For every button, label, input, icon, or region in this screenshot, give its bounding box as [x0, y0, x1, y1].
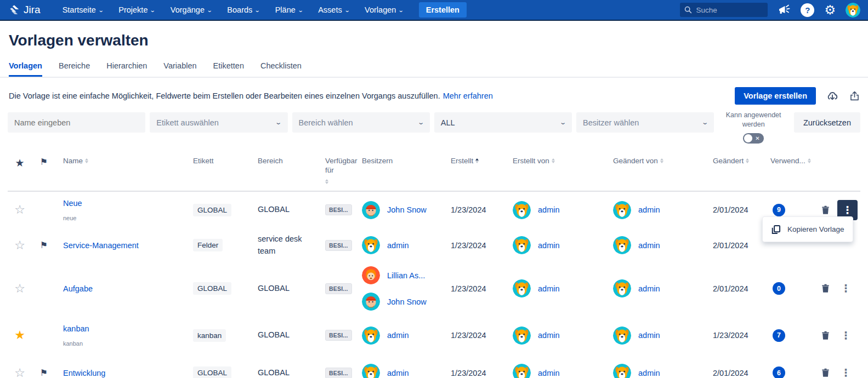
owner-link[interactable]: admin: [387, 369, 409, 377]
verfuegbar-chip[interactable]: BESI...: [325, 240, 352, 251]
owner-filter-select[interactable]: Besitzer wählen⌄: [576, 112, 714, 133]
name-filter-input[interactable]: [8, 112, 145, 133]
gear-icon[interactable]: ⚙: [824, 4, 836, 16]
owner-link[interactable]: admin: [387, 331, 409, 340]
verfuegbar-chip[interactable]: BESI...: [325, 368, 352, 378]
header-verfuegbar[interactable]: Verfügbar für: [325, 157, 357, 184]
modifier-link[interactable]: admin: [638, 369, 660, 377]
search-box[interactable]: [680, 3, 768, 17]
nav-item-startseite[interactable]: Startseite⌄: [63, 5, 104, 14]
tab-variablen[interactable]: Variablen: [163, 61, 196, 77]
flag-icon[interactable]: ⚑: [40, 368, 48, 378]
template-name-link[interactable]: Neue: [63, 199, 193, 208]
creator-link[interactable]: admin: [538, 284, 560, 293]
learn-more-link[interactable]: Mehr erfahren: [443, 91, 493, 100]
star-column-icon[interactable]: ★: [15, 157, 24, 170]
owner-avatar[interactable]: [362, 293, 380, 311]
creator-avatar[interactable]: [513, 236, 531, 254]
export-button[interactable]: [849, 90, 860, 102]
star-icon[interactable]: ☆: [14, 238, 25, 253]
area-filter-select[interactable]: Bereich wählen⌄: [292, 112, 430, 133]
modifier-link[interactable]: admin: [638, 205, 660, 214]
owner-link[interactable]: John Snow: [387, 205, 427, 214]
nav-item-vorgaenge[interactable]: Vorgänge⌄: [171, 5, 212, 14]
creator-avatar[interactable]: [513, 327, 531, 345]
header-bereich[interactable]: Bereich: [258, 157, 325, 166]
kebab-menu-icon[interactable]: ⋮: [837, 281, 854, 296]
verfuegbar-chip[interactable]: BESI...: [325, 204, 352, 215]
header-name[interactable]: Name: [56, 157, 193, 166]
template-name-link[interactable]: Service-Management: [63, 241, 193, 250]
owner-link[interactable]: Lillian As...: [387, 271, 425, 280]
modifier-avatar[interactable]: [613, 236, 631, 254]
verfuegbar-chip[interactable]: BESI...: [325, 330, 352, 341]
star-icon[interactable]: ☆: [14, 282, 25, 296]
modifier-avatar[interactable]: [613, 279, 631, 297]
modifier-avatar[interactable]: [613, 327, 631, 345]
nav-item-plaene[interactable]: Pläne⌄: [275, 5, 303, 14]
modifier-link[interactable]: admin: [638, 241, 660, 250]
owner-avatar[interactable]: [362, 266, 380, 284]
tab-hierarchien[interactable]: Hierarchien: [106, 61, 147, 77]
kebab-menu-icon[interactable]: ⋮: [837, 328, 854, 343]
tab-checklisten[interactable]: Checklisten: [260, 61, 302, 77]
star-icon-active[interactable]: ★: [14, 328, 25, 342]
all-filter-select[interactable]: ALL⌄: [434, 112, 572, 133]
modifier-link[interactable]: admin: [638, 331, 660, 340]
header-geaendert[interactable]: Geändert: [713, 157, 770, 166]
tab-etiketten[interactable]: Etiketten: [213, 61, 244, 77]
creator-link[interactable]: admin: [538, 205, 560, 214]
usage-count-badge[interactable]: 7: [773, 329, 785, 342]
flag-icon[interactable]: ⚑: [40, 240, 48, 250]
creator-avatar[interactable]: [513, 279, 531, 297]
delete-button[interactable]: [820, 283, 831, 294]
modifier-avatar[interactable]: [613, 364, 631, 378]
help-icon[interactable]: ?: [801, 3, 814, 17]
flag-column-icon[interactable]: ⚑: [40, 157, 48, 168]
creator-link[interactable]: admin: [538, 331, 560, 340]
owner-avatar[interactable]: [362, 201, 380, 219]
header-geaendert-von[interactable]: Geändert von: [613, 157, 713, 166]
delete-button[interactable]: [820, 330, 831, 341]
header-erstellt-von[interactable]: Erstellt von: [513, 157, 613, 166]
creator-link[interactable]: admin: [538, 241, 560, 250]
header-besitzern[interactable]: Besitzern: [362, 157, 451, 166]
user-avatar[interactable]: [846, 3, 860, 18]
can-apply-toggle[interactable]: ✕: [743, 133, 764, 144]
megaphone-icon[interactable]: [778, 4, 791, 16]
reset-button[interactable]: Zurücksetzen: [794, 112, 860, 133]
kebab-menu-icon[interactable]: ⋮: [837, 365, 854, 378]
import-button[interactable]: [826, 89, 839, 102]
creator-avatar[interactable]: [513, 201, 531, 219]
creator-avatar[interactable]: [513, 364, 531, 378]
header-etikett[interactable]: Etikett: [193, 157, 258, 166]
modifier-avatar[interactable]: [613, 201, 631, 219]
search-input[interactable]: [696, 6, 756, 14]
star-icon[interactable]: ☆: [14, 366, 25, 378]
template-name-link[interactable]: Entwicklung: [63, 369, 193, 377]
creator-link[interactable]: admin: [538, 369, 560, 377]
tab-bereiche[interactable]: Bereiche: [59, 61, 90, 77]
jira-logo[interactable]: Jira: [8, 4, 41, 16]
usage-count-badge[interactable]: 6: [773, 366, 785, 378]
modifier-link[interactable]: admin: [638, 284, 660, 293]
owner-link[interactable]: John Snow: [387, 297, 427, 306]
tab-vorlagen[interactable]: Vorlagen: [9, 61, 42, 77]
nav-item-boards[interactable]: Boards⌄: [227, 5, 259, 14]
verfuegbar-chip[interactable]: BESI...: [325, 283, 352, 294]
usage-count-badge[interactable]: 9: [773, 204, 785, 216]
owner-avatar[interactable]: [362, 364, 380, 378]
star-icon[interactable]: ☆: [14, 203, 25, 217]
template-name-link[interactable]: Aufgabe: [63, 284, 193, 293]
header-erstellt[interactable]: Erstellt: [451, 157, 513, 166]
nav-item-vorlagen[interactable]: Vorlagen⌄: [365, 5, 404, 14]
delete-button[interactable]: [820, 204, 831, 216]
label-filter-select[interactable]: Etikett auswählen⌄: [150, 112, 287, 133]
header-verwendet[interactable]: Verwend...: [770, 157, 817, 166]
owner-avatar[interactable]: [362, 236, 380, 254]
template-name-link[interactable]: kanban: [63, 324, 193, 333]
usage-count-badge[interactable]: 0: [773, 282, 785, 295]
nav-item-assets[interactable]: Assets⌄: [318, 5, 349, 14]
nav-item-projekte[interactable]: Projekte⌄: [118, 5, 155, 14]
delete-button[interactable]: [820, 367, 831, 378]
